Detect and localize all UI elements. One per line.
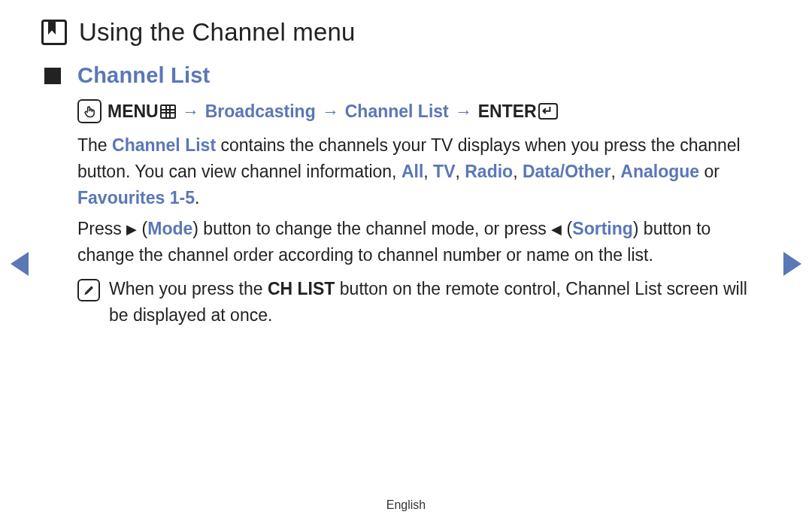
footer-language: English — [0, 498, 812, 512]
p1-c4: , — [611, 162, 621, 181]
p1-all: All — [401, 162, 423, 181]
p2-c: ) button to change the channel mode, or … — [192, 219, 551, 238]
p2-mode: Mode — [147, 219, 192, 238]
paragraph-2: Press ▶ (Mode) button to change the chan… — [77, 216, 771, 268]
square-bullet-icon — [44, 68, 61, 84]
note-a: When you press the — [109, 279, 268, 298]
p1-dot: . — [195, 188, 199, 207]
path-arrow: → — [455, 98, 472, 125]
p2-b: ( — [137, 219, 147, 238]
triangle-left-icon: ◀ — [551, 222, 562, 237]
p2-sorting: Sorting — [572, 219, 633, 238]
p1-c1: , — [423, 162, 433, 181]
p1-c3: , — [513, 162, 523, 181]
note-b: button on the remote control, — [335, 279, 565, 298]
path-arrow: → — [322, 98, 339, 125]
path-channel-list: Channel List — [345, 98, 449, 125]
p1-radio: Radio — [465, 162, 513, 181]
p1-c2: , — [455, 162, 465, 181]
hand-icon — [77, 99, 102, 123]
note-channel-list: Channel List — [565, 279, 662, 298]
manual-page: Using the Channel menu Channel List MENU… — [0, 0, 812, 329]
path-arrow: → — [182, 98, 199, 125]
prev-page-button[interactable] — [11, 252, 29, 276]
p2-d: ( — [562, 219, 572, 238]
path-enter: ENTER — [478, 101, 537, 121]
note-chlist: CH LIST — [268, 279, 335, 298]
menu-grid-icon — [160, 104, 176, 119]
path-menu: MENU — [108, 101, 159, 121]
p1-tv: TV — [433, 162, 455, 181]
triangle-right-icon: ▶ — [126, 222, 137, 237]
p1-data-other: Data/Other — [523, 162, 611, 181]
p1-channel-list: Channel List — [112, 135, 216, 155]
item-heading: Channel List — [44, 63, 771, 88]
section-heading: Using the Channel menu — [41, 18, 771, 47]
p1-favourites: Favourites 1-5 — [77, 188, 195, 207]
enter-icon — [538, 103, 558, 120]
item-title: Channel List — [77, 63, 210, 88]
note: When you press the CH LIST button on the… — [77, 276, 771, 329]
next-page-button[interactable] — [783, 252, 801, 276]
p1-analogue: Analogue — [620, 162, 699, 181]
menu-path: MENU → Broadcasting → Channel List → ENT… — [77, 98, 771, 125]
note-icon — [77, 279, 100, 301]
p1-or: or — [699, 162, 720, 181]
bookmark-icon — [41, 20, 67, 45]
note-text: When you press the CH LIST button on the… — [109, 276, 771, 329]
p1-a: The — [77, 135, 112, 155]
section-title: Using the Channel menu — [79, 18, 356, 47]
paragraph-1: The Channel List contains the channels y… — [77, 132, 771, 211]
p2-a: Press — [77, 219, 126, 238]
path-broadcasting: Broadcasting — [205, 98, 316, 125]
